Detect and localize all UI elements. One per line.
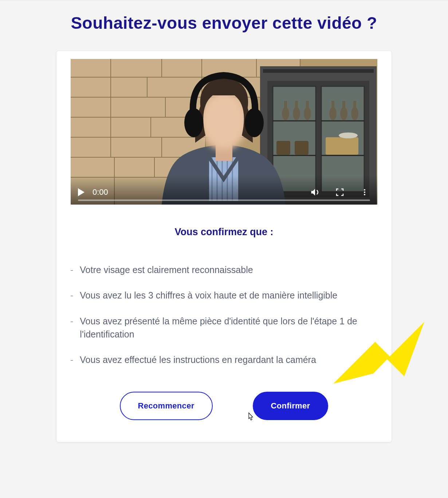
list-item-text: Vous avez effectué les instructions en r…	[80, 353, 316, 366]
video-time: 0:00	[93, 187, 108, 197]
svg-rect-52	[295, 141, 309, 155]
svg-rect-38	[284, 101, 287, 110]
volume-button[interactable]	[310, 187, 321, 198]
list-item: -Votre visage est clairement reconnaissa…	[70, 263, 378, 276]
confirmation-card: 0:00 Vous confirmez que : -Votre visage …	[56, 51, 392, 442]
svg-point-50	[339, 133, 358, 138]
video-preview[interactable]: 0:00	[71, 59, 377, 205]
video-thumbnail	[71, 59, 377, 205]
svg-point-62	[184, 108, 203, 137]
video-controls: 0:00	[71, 183, 377, 205]
kebab-icon	[361, 188, 369, 196]
list-item-text: Votre visage est clairement reconnaissab…	[80, 263, 253, 276]
video-menu-button[interactable]	[359, 187, 370, 198]
confirm-button[interactable]: Confirmer	[253, 392, 329, 420]
page-title: Souhaitez-vous envoyer cette vidéo ?	[0, 0, 448, 51]
svg-rect-12	[111, 97, 165, 117]
svg-rect-23	[114, 157, 154, 177]
list-item: -Vous avez présenté la même pièce d'iden…	[70, 315, 378, 341]
bullet-dash: -	[70, 353, 73, 366]
svg-rect-48	[353, 101, 356, 110]
svg-point-65	[364, 189, 365, 191]
svg-rect-29	[263, 69, 374, 73]
svg-point-61	[203, 94, 245, 148]
confirmation-checklist: -Votre visage est clairement reconnaissa…	[70, 263, 378, 366]
bullet-dash: -	[70, 289, 73, 302]
list-item: -Vous avez effectué les instructions en …	[70, 353, 378, 366]
svg-rect-49	[326, 137, 358, 155]
bullet-dash: -	[70, 263, 73, 276]
svg-rect-42	[306, 101, 309, 110]
svg-rect-51	[276, 141, 290, 155]
svg-rect-6	[71, 77, 111, 97]
play-icon	[78, 188, 85, 196]
fullscreen-icon	[335, 188, 344, 197]
play-button[interactable]: 0:00	[78, 187, 108, 197]
svg-rect-16	[111, 117, 151, 137]
confirmation-subheading: Vous confirmez que :	[70, 226, 378, 238]
svg-rect-7	[111, 77, 147, 97]
fullscreen-button[interactable]	[334, 187, 345, 198]
volume-icon	[310, 187, 320, 197]
svg-rect-15	[71, 117, 111, 137]
action-row: Recommencer Confirmer	[70, 392, 378, 420]
seek-bar[interactable]	[78, 199, 370, 201]
cursor-icon	[246, 412, 255, 422]
list-item-text: Vous avez présenté la même pièce d'ident…	[80, 315, 378, 341]
svg-point-66	[364, 191, 365, 193]
list-item-text: Vous avez lu les 3 chiffres à voix haute…	[80, 289, 337, 302]
svg-rect-44	[331, 101, 334, 110]
svg-rect-20	[111, 137, 162, 157]
svg-rect-19	[71, 137, 111, 157]
restart-button[interactable]: Recommencer	[120, 392, 213, 420]
svg-rect-11	[71, 97, 111, 117]
svg-rect-40	[295, 101, 298, 110]
svg-rect-46	[342, 101, 345, 110]
list-item: -Vous avez lu les 3 chiffres à voix haut…	[70, 289, 378, 302]
svg-rect-2	[111, 59, 162, 77]
svg-point-67	[364, 194, 365, 195]
svg-point-63	[245, 108, 264, 137]
svg-rect-22	[71, 157, 114, 177]
bullet-dash: -	[70, 315, 73, 328]
svg-rect-3	[162, 59, 202, 77]
svg-rect-1	[71, 59, 111, 77]
